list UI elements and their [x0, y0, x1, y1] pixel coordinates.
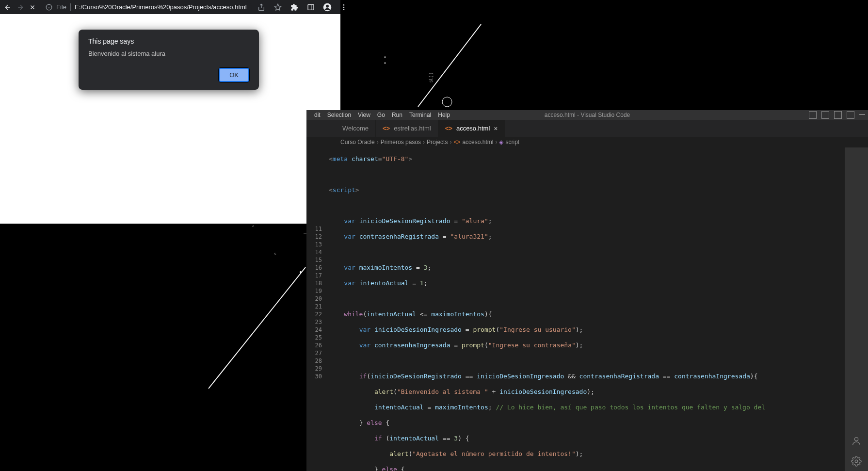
js-alert-dialog: This page says Bienvenido al sistema alu… — [79, 30, 259, 90]
address-bar[interactable]: File E:/Curso%20Oracle/Primeros%20pasos/… — [41, 1, 252, 13]
editor-tabs: Welcome <> estrellas.html <> acceso.html… — [306, 120, 868, 137]
extensions-icon[interactable] — [289, 2, 299, 12]
breadcrumb-segment[interactable]: Curso Oracle — [340, 139, 375, 146]
forward-icon[interactable] — [16, 2, 24, 12]
menu-help[interactable]: Help — [438, 112, 450, 118]
address-separator — [70, 3, 71, 11]
back-icon[interactable] — [4, 2, 12, 12]
activity-bar — [845, 147, 868, 471]
alert-ok-button[interactable]: OK — [219, 68, 249, 82]
accounts-icon[interactable] — [851, 435, 862, 447]
close-tab-icon[interactable]: × — [494, 125, 498, 132]
svg-line-0 — [418, 24, 481, 107]
breadcrumb-file[interactable]: acceso.html — [462, 139, 493, 146]
svg-point-1 — [442, 97, 452, 107]
svg-point-21 — [855, 460, 858, 463]
svg-point-17 — [300, 271, 302, 273]
menu-go[interactable]: Go — [377, 112, 385, 118]
tab-label: acceso.html — [456, 125, 490, 132]
chrome-viewport: This page says Bienvenido al sistema alu… — [0, 14, 340, 224]
breadcrumb-symbol[interactable]: script — [505, 139, 519, 146]
breadcrumb-segment[interactable]: Primeros pasos — [381, 139, 421, 146]
svg-point-13 — [343, 4, 344, 6]
svg-text:s: s — [274, 251, 276, 256]
site-info-icon[interactable] — [46, 4, 52, 11]
gear-icon[interactable] — [851, 455, 862, 467]
html-file-icon: <> — [383, 125, 390, 132]
menu-run[interactable]: Run — [392, 112, 402, 118]
symbol-icon: ◈ — [499, 139, 503, 146]
chevron-right-icon: › — [495, 139, 497, 146]
svg-marker-8 — [274, 4, 281, 10]
breadcrumb[interactable]: Curso Oracle › Primeros pasos › Projects… — [306, 137, 868, 147]
kebab-menu-icon[interactable] — [339, 2, 349, 12]
svg-line-16 — [209, 267, 305, 389]
svg-point-3 — [384, 62, 386, 64]
svg-point-2 — [384, 56, 386, 58]
layout-sidebar-right-icon[interactable] — [834, 111, 842, 119]
svg-point-12 — [326, 4, 329, 7]
chrome-toolbar: File E:/Curso%20Oracle/Primeros%20pasos/… — [0, 0, 340, 14]
menu-selection[interactable]: Selection — [327, 112, 351, 118]
file-protocol-label: File — [56, 3, 66, 11]
vscode-layout-controls: — — [809, 111, 865, 119]
svg-point-14 — [343, 6, 344, 8]
line-gutter: 1112131415161718192021222324252627282930 — [306, 147, 329, 471]
window-minimize-icon[interactable]: — — [859, 111, 865, 119]
svg-point-15 — [343, 9, 344, 10]
layout-panel-icon[interactable] — [821, 111, 829, 119]
menu-edit[interactable]: dit — [314, 112, 321, 118]
tab-welcome[interactable]: Welcome — [336, 120, 376, 137]
tab-label: estrellas.html — [394, 125, 431, 132]
wallpaper-lines-icon: st.( ) — [340, 0, 868, 110]
desktop-wallpaper-bottom: — ^ s — [0, 224, 340, 471]
wallpaper-line-icon: ^ s — [0, 224, 340, 471]
code-content[interactable]: <meta charset="UTF-8"> <script> var inic… — [329, 147, 845, 471]
alert-message: Bienvenido al sistema alura — [88, 50, 249, 57]
svg-text:st.( ): st.( ) — [428, 73, 434, 82]
chevron-right-icon: › — [450, 139, 451, 146]
html-file-icon: <> — [453, 139, 460, 146]
sidebar-toggle-icon[interactable] — [306, 2, 316, 12]
vscode-menubar: dit Selection View Go Run Terminal Help — [310, 112, 450, 118]
profile-avatar-icon[interactable] — [322, 2, 332, 12]
desktop-wallpaper-top: st.( ) — [340, 0, 868, 110]
minimap[interactable] — [836, 147, 845, 471]
alert-title: This page says — [88, 37, 249, 45]
share-icon[interactable] — [257, 2, 266, 12]
html-file-icon: <> — [445, 125, 452, 132]
chrome-window: File E:/Curso%20Oracle/Primeros%20pasos/… — [0, 0, 340, 224]
svg-point-20 — [854, 438, 858, 441]
svg-text:^: ^ — [252, 225, 255, 229]
stop-icon[interactable] — [29, 2, 36, 12]
tab-acceso[interactable]: <> acceso.html × — [438, 120, 505, 137]
star-icon[interactable] — [273, 2, 283, 12]
chevron-right-icon: › — [423, 139, 425, 146]
layout-sidebar-left-icon[interactable] — [809, 111, 817, 119]
menu-view[interactable]: View — [358, 112, 370, 118]
editor-area[interactable]: 1112131415161718192021222324252627282930… — [306, 147, 845, 471]
vscode-title: acceso.html - Visual Studio Code — [545, 112, 630, 118]
vscode-window: dit Selection View Go Run Terminal Help … — [306, 110, 868, 471]
layout-customize-icon[interactable] — [847, 111, 854, 119]
tab-estrellas[interactable]: <> estrellas.html — [376, 120, 438, 137]
breadcrumb-segment[interactable]: Projects — [427, 139, 448, 146]
menu-terminal[interactable]: Terminal — [409, 112, 431, 118]
tab-label: Welcome — [342, 125, 369, 132]
url-text: E:/Curso%20Oracle/Primeros%20pasos/Proje… — [75, 3, 247, 11]
chevron-right-icon: › — [377, 139, 379, 146]
vscode-titlebar: dit Selection View Go Run Terminal Help … — [306, 110, 868, 120]
